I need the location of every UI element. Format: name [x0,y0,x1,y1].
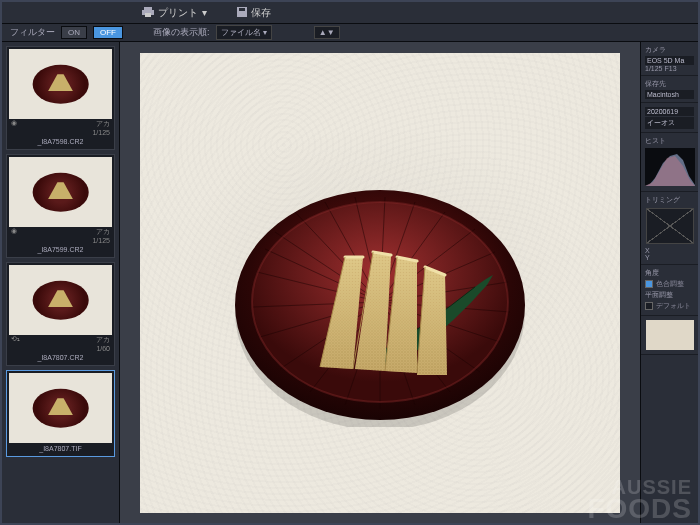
thumbnail-image [9,265,112,335]
thumbnail-filename: _I8A7807.CR2 [9,352,112,363]
angle-label: 角度 [645,268,694,278]
properties-panel: カメラ EOS 5D Ma 1/125 F13 保存先 Macintosh 20… [640,42,698,523]
filter-on-toggle[interactable]: ON [61,26,87,39]
save-label: 保存 [251,6,271,20]
save-button[interactable]: 保存 [237,6,271,20]
crop-label: トリミング [645,195,694,205]
svg-rect-4 [239,8,245,11]
top-toolbar: プリント ▾ 保存 [2,2,698,24]
histogram-label: ヒスト [645,136,694,146]
thumbnail-filename: _I8A7807.TIF [9,443,112,454]
default-checkbox[interactable]: デフォルト [645,300,694,312]
thumbnail-filename: _I8A7599.CR2 [9,244,112,255]
thumbnail-item[interactable]: ◉アカ 1/125 _I8A7598.CR2 [6,46,115,150]
thumbnail-image [9,157,112,227]
svg-rect-0 [144,7,152,10]
photo-subject [225,157,535,427]
sort-dropdown[interactable]: ファイル名 ▾ [216,25,272,40]
exposure-value: 1/125 F13 [645,65,694,72]
sort-label: 画像の表示順: [153,26,210,39]
print-label: プリント [158,6,198,20]
filter-bar: フィルター ON OFF 画像の表示順: ファイル名 ▾ ▲▼ [2,24,698,42]
date-value: 20200619 [645,107,694,116]
destination-value: Macintosh [645,90,694,99]
eye-icon: ◉ [11,119,17,129]
crop-preview[interactable] [646,208,694,244]
camera-value: EOS 5D Ma [645,56,694,65]
eye-icon: ◉ [11,227,17,237]
thumbnail-item[interactable]: _I8A7807.TIF [6,370,115,457]
auto-checkbox[interactable]: 色合調整 [645,278,694,290]
chevron-down-icon: ▾ [202,7,207,18]
navigator-thumb[interactable] [646,320,694,350]
camera-label: カメラ [645,45,694,55]
link-icon: ⟲₁ [11,335,20,345]
mode-value: イーオス [645,117,694,129]
svg-rect-2 [145,13,151,17]
filter-label: フィルター [10,26,55,39]
thumbnail-item[interactable]: ⟲₁アカ 1/60 _I8A7807.CR2 [6,262,115,366]
image-canvas [140,53,620,513]
thumbnail-panel: ◉アカ 1/125 _I8A7598.CR2 ◉アカ 1/125 _I8A759… [2,42,120,523]
crop-section: トリミング X Y [641,192,698,265]
thumbnail-image [9,49,112,119]
thumbnail-filename: _I8A7598.CR2 [9,136,112,147]
thumbnail-item[interactable]: ◉アカ 1/125 _I8A7599.CR2 [6,154,115,258]
order-dropdown[interactable]: ▲▼ [314,26,340,39]
histogram [645,148,695,186]
destination-label: 保存先 [645,79,694,89]
printer-icon [142,7,154,19]
thumbnail-image [9,373,112,443]
filter-off-toggle[interactable]: OFF [93,26,123,39]
save-icon [237,7,247,19]
print-button[interactable]: プリント ▾ [142,6,207,20]
image-viewer[interactable] [120,42,640,523]
